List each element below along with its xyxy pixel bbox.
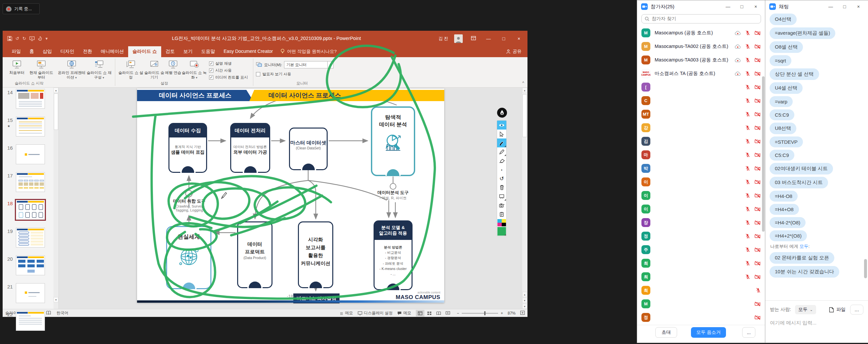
monitor-select[interactable]: 기본 모니터 ▾	[284, 61, 334, 68]
participant-row-20[interactable]: 최	[637, 284, 765, 297]
size-indicator[interactable]: •	[497, 165, 506, 174]
mute-all-button[interactable]: 모두 음소거	[691, 327, 726, 338]
participant-row-22[interactable]: 정	[637, 311, 765, 324]
ribbon-tab-6[interactable]: 애니메이션	[96, 46, 128, 57]
scroll-up-icon[interactable]: ▲	[54, 88, 58, 93]
restore-button[interactable]: □	[499, 36, 508, 41]
touch-mode-icon[interactable]	[38, 36, 42, 41]
slide-thumbnail-14[interactable]: 14	[5, 89, 58, 109]
ribbon-tab-8[interactable]: 검토	[161, 46, 179, 57]
show-media-controls-checkbox[interactable]: ✓미디어 컨트롤 표시	[209, 75, 248, 80]
tell-me-search[interactable]: 어떤 작업을 원하시나요?	[277, 49, 340, 57]
participant-row-6[interactable]: C	[637, 94, 765, 107]
participants-more-button[interactable]: ...	[742, 327, 755, 338]
reading-view-icon[interactable]	[434, 310, 443, 317]
scroll-down-icon[interactable]: ▼	[54, 297, 58, 303]
thumbnail-preview[interactable]	[16, 228, 45, 248]
thumbnail-preview[interactable]	[16, 117, 45, 137]
participant-row-1[interactable]: MMasocampus (공동 호스트)	[637, 26, 765, 40]
hide-slide-button[interactable]: 슬라이드 숨기기	[144, 58, 165, 80]
ribbon-tab-3[interactable]: 삽입	[38, 46, 56, 57]
normal-view-icon[interactable]	[416, 310, 425, 317]
record-slideshow-button[interactable]: 슬라이드 쇼 녹화 ▾	[181, 58, 207, 80]
screenshot-button[interactable]	[497, 201, 506, 210]
presenter-view-checkbox[interactable]	[256, 72, 260, 76]
participant-row-14[interactable]: 이	[637, 202, 765, 216]
whiteboard-button[interactable]	[497, 192, 506, 201]
slide-thumbnail-22[interactable]: 22	[5, 311, 58, 331]
collapse-ribbon-icon[interactable]: ^	[522, 81, 524, 85]
ribbon-tab-10[interactable]: 도움말	[197, 46, 219, 57]
use-timings-checkbox[interactable]: ✓시간 사용	[209, 68, 248, 73]
slide-thumbnail-15[interactable]: 15★	[5, 117, 58, 137]
participant-row-3[interactable]: MMasocampus-TA003 (공동 호스트)	[637, 53, 765, 67]
participant-row-11[interactable]: 박	[637, 162, 765, 175]
clipboard-button[interactable]	[497, 210, 506, 219]
redo-icon[interactable]: ↻	[23, 36, 26, 41]
save-icon[interactable]	[7, 36, 12, 41]
thumbnail-preview[interactable]	[16, 311, 45, 331]
custom-slideshow-button[interactable]: 슬라이드 쇼 재구성 ▾	[86, 58, 112, 80]
minimize-icon[interactable]: —	[721, 4, 735, 9]
slide-thumbnail-17[interactable]: 17	[5, 172, 58, 192]
slide-sorter-view-icon[interactable]	[425, 310, 434, 317]
comments-button[interactable]: 메모	[397, 310, 411, 316]
participants-scrollbar[interactable]	[762, 76, 765, 232]
fit-to-window-icon[interactable]	[520, 311, 525, 316]
thumbnail-preview[interactable]	[16, 283, 45, 303]
chat-message-list[interactable]: O4선택=average(편차제곱 셀들)O8셀 선택=sqrt상단 분산 셀 …	[765, 13, 865, 300]
participant-row-8[interactable]: 강	[637, 121, 765, 135]
from-current-slide-button[interactable]: 현재 슬라이드부터	[29, 58, 54, 80]
epic-pen-logo-icon[interactable]	[497, 108, 507, 118]
slide-canvas[interactable]: 데이터 사이언스 프로세스 데이터 사이언스 프로세스 데이터 수집 통계적 지…	[137, 89, 444, 303]
ribbon-tab-2[interactable]: 홈	[25, 46, 38, 57]
thumbnail-preview[interactable]	[16, 200, 45, 220]
canvas-scrollbar[interactable]: ▲ ▲ ▼ ▼	[522, 88, 527, 309]
invite-button[interactable]: 초대	[655, 327, 677, 338]
close-button[interactable]: ×	[514, 36, 524, 41]
slide-thumbnail-21[interactable]: 21	[5, 283, 58, 303]
slide-thumbnail-19[interactable]: 19	[5, 228, 58, 248]
undo-icon[interactable]: ↺	[16, 36, 19, 41]
participant-row-10[interactable]: 마	[637, 148, 765, 162]
rehearse-timings-button[interactable]: 예행 연습	[165, 58, 181, 75]
present-online-button[interactable]: 온라인 프레젠테이션 ▾	[58, 58, 86, 80]
ribbon-tab-9[interactable]: 보기	[179, 46, 197, 57]
ribbon-tab-7[interactable]: 슬라이드 쇼	[128, 46, 161, 57]
ribbon-tab-1[interactable]: 파일	[7, 46, 25, 57]
start-slideshow-icon[interactable]	[29, 36, 35, 41]
participant-row-5[interactable]: [	[637, 80, 765, 94]
thumbnail-preview[interactable]	[16, 89, 45, 109]
participant-row-9[interactable]: 김	[637, 135, 765, 148]
cursor-tool-button[interactable]	[497, 130, 506, 139]
send-target-link[interactable]: 모두	[800, 244, 809, 249]
ribbon-tab-11[interactable]: Easy Document Creator	[219, 46, 277, 57]
slide-thumbnail-16[interactable]: 16	[5, 144, 58, 164]
show-hide-ink-button[interactable]	[497, 121, 506, 130]
participant-row-15[interactable]: 장	[637, 216, 765, 229]
chat-input[interactable]: 여기에 메시지 입력...	[770, 320, 863, 326]
scrollbar-thumb[interactable]	[54, 93, 58, 130]
zoom-in-icon[interactable]: +	[501, 311, 503, 316]
thumbnail-scrollbar[interactable]: ▲ ▼	[54, 88, 58, 309]
play-narrations-checkbox[interactable]: ✓설명 재생	[209, 61, 248, 66]
file-button[interactable]: 파일	[829, 307, 845, 313]
participant-row-18[interactable]: 최	[637, 256, 765, 270]
pencil-tool-button[interactable]	[497, 147, 506, 156]
account-avatar[interactable]	[454, 34, 463, 43]
undo-button[interactable]: ↺	[497, 174, 506, 183]
close-icon[interactable]: ×	[749, 4, 763, 9]
account-name[interactable]: 김 진	[438, 36, 448, 41]
slideshow-view-icon[interactable]	[443, 310, 452, 317]
chat-more-button[interactable]: ...	[850, 305, 863, 315]
setup-slideshow-button[interactable]: 슬라이드 쇼 설정	[118, 58, 144, 80]
thumbnail-preview[interactable]	[16, 144, 45, 164]
participant-row-7[interactable]: MT	[637, 107, 765, 121]
slide-thumbnail-20[interactable]: 20	[5, 255, 58, 275]
participant-row-19[interactable]: 최	[637, 270, 765, 284]
thumbnail-preview[interactable]	[16, 172, 45, 192]
minimize-button[interactable]: —	[484, 36, 493, 41]
participant-row-13[interactable]: 이	[637, 189, 765, 202]
participant-search-input[interactable]: 참가자 찾기	[642, 14, 761, 24]
participant-row-16[interactable]: 정	[637, 229, 765, 243]
